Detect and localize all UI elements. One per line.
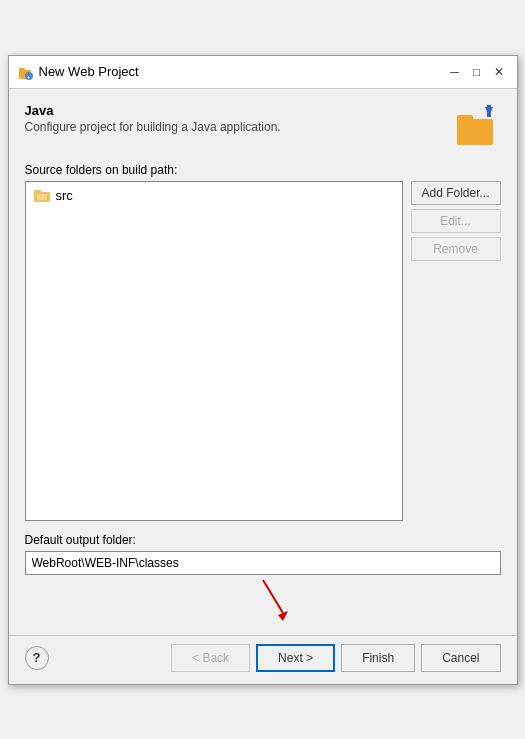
output-section: Default output folder: bbox=[25, 533, 501, 575]
minimize-button[interactable]: ─ bbox=[445, 62, 465, 82]
list-item[interactable]: src bbox=[30, 186, 398, 205]
output-input[interactable] bbox=[25, 551, 501, 575]
svg-rect-10 bbox=[37, 194, 47, 200]
title-bar-buttons: ─ □ ✕ bbox=[445, 62, 509, 82]
remove-button[interactable]: Remove bbox=[411, 237, 501, 261]
svg-rect-5 bbox=[457, 115, 473, 121]
source-list[interactable]: src bbox=[25, 181, 403, 521]
svg-rect-4 bbox=[457, 119, 493, 145]
close-button[interactable]: ✕ bbox=[489, 62, 509, 82]
svg-rect-7 bbox=[487, 105, 491, 117]
source-label: Source folders on build path: bbox=[25, 163, 501, 177]
arrow-decoration bbox=[25, 575, 501, 625]
button-bar: ? < Back Next > Finish Cancel bbox=[9, 635, 517, 684]
add-folder-button[interactable]: Add Folder... bbox=[411, 181, 501, 205]
svg-rect-9 bbox=[34, 190, 41, 194]
java-folder-icon bbox=[453, 103, 501, 151]
section-description: Configure project for building a Java ap… bbox=[25, 120, 453, 134]
new-web-project-dialog: + New Web Project ─ □ ✕ Java Configure p… bbox=[8, 55, 518, 685]
title-bar: + New Web Project ─ □ ✕ bbox=[9, 56, 517, 89]
src-folder-icon bbox=[34, 188, 52, 202]
svg-line-11 bbox=[263, 580, 283, 613]
nav-buttons: < Back Next > Finish Cancel bbox=[171, 644, 500, 672]
java-description: Java Configure project for building a Ja… bbox=[25, 103, 453, 146]
maximize-button[interactable]: □ bbox=[467, 62, 487, 82]
svg-marker-12 bbox=[278, 611, 288, 621]
cancel-button[interactable]: Cancel bbox=[421, 644, 500, 672]
src-item-label: src bbox=[56, 188, 73, 203]
source-area: src Add Folder... Edit... Remove bbox=[25, 181, 501, 521]
edit-button[interactable]: Edit... bbox=[411, 209, 501, 233]
title-bar-text: New Web Project bbox=[39, 64, 439, 79]
dialog-content: Java Configure project for building a Ja… bbox=[9, 89, 517, 635]
back-button[interactable]: < Back bbox=[171, 644, 250, 672]
finish-button[interactable]: Finish bbox=[341, 644, 415, 672]
help-button[interactable]: ? bbox=[25, 646, 49, 670]
dialog-icon: + bbox=[17, 64, 33, 80]
output-label: Default output folder: bbox=[25, 533, 501, 547]
java-header: Java Configure project for building a Ja… bbox=[25, 103, 501, 151]
next-button[interactable]: Next > bbox=[256, 644, 335, 672]
section-title: Java bbox=[25, 103, 453, 118]
svg-text:+: + bbox=[27, 74, 31, 80]
source-buttons: Add Folder... Edit... Remove bbox=[411, 181, 501, 521]
svg-rect-1 bbox=[19, 68, 25, 71]
